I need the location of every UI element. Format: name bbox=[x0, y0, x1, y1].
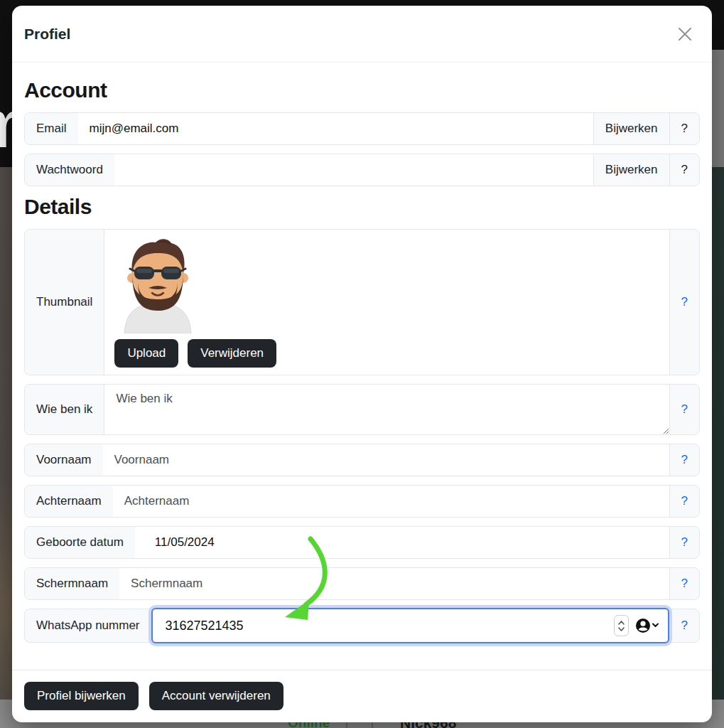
about-textarea[interactable] bbox=[104, 385, 669, 434]
email-row: Email Bijwerken ? bbox=[24, 112, 700, 145]
update-profile-button[interactable]: Profiel bijwerken bbox=[24, 682, 139, 710]
password-input[interactable] bbox=[114, 154, 593, 186]
email-help-button[interactable]: ? bbox=[669, 113, 699, 144]
password-row: Wachtwoord Bijwerken ? bbox=[24, 154, 700, 186]
upload-button[interactable]: Upload bbox=[114, 339, 178, 368]
thumbnail-label: Thumbnail bbox=[25, 230, 104, 375]
modal-body: Account Email Bijwerken ? Wachtwoord Bij… bbox=[12, 63, 712, 651]
modal-title: Profiel bbox=[24, 26, 70, 43]
first-name-label: Voornaam bbox=[25, 444, 103, 476]
screen-name-input[interactable] bbox=[119, 568, 669, 599]
password-update-button[interactable]: Bijwerken bbox=[593, 154, 669, 186]
screen-name-label: Schermnaam bbox=[25, 568, 119, 599]
whatsapp-input[interactable] bbox=[153, 619, 614, 633]
email-update-button[interactable]: Bijwerken bbox=[593, 113, 669, 144]
avatar bbox=[114, 237, 201, 333]
about-label: Wie ben ik bbox=[25, 385, 104, 434]
whatsapp-help-button[interactable]: ? bbox=[669, 609, 699, 642]
whatsapp-row: WhatsApp nummer bbox=[24, 609, 700, 643]
about-row: Wie ben ik ? bbox=[24, 384, 700, 435]
birth-date-help-button[interactable]: ? bbox=[669, 527, 699, 558]
contact-autofill-icon[interactable] bbox=[635, 617, 659, 634]
birth-date-row: Geboorte datum ? bbox=[24, 526, 700, 559]
thumbnail-buttons: Upload Verwijderen bbox=[114, 339, 659, 368]
close-icon[interactable] bbox=[672, 21, 698, 47]
whatsapp-input-wrap bbox=[151, 608, 669, 643]
delete-account-button[interactable]: Account verwijderen bbox=[149, 682, 283, 710]
number-stepper[interactable] bbox=[614, 615, 629, 636]
thumbnail-help-button[interactable]: ? bbox=[670, 230, 699, 375]
whatsapp-input-tools bbox=[614, 615, 668, 636]
screen-name-row: Schermnaam ? bbox=[24, 567, 700, 600]
last-name-input[interactable] bbox=[113, 486, 669, 517]
password-help-button[interactable]: ? bbox=[669, 154, 699, 186]
first-name-input[interactable] bbox=[103, 444, 669, 476]
first-name-row: Voornaam ? bbox=[24, 444, 700, 476]
screen-name-help-button[interactable]: ? bbox=[669, 568, 699, 599]
modal-header: Profiel bbox=[12, 6, 712, 63]
profile-modal: Profiel Account Email Bijwerken ? Wachtw… bbox=[12, 6, 712, 722]
remove-thumbnail-button[interactable]: Verwijderen bbox=[188, 339, 276, 368]
birth-date-input[interactable] bbox=[135, 527, 669, 558]
email-label: Email bbox=[25, 113, 78, 144]
birth-date-label: Geboorte datum bbox=[25, 527, 135, 558]
last-name-label: Achternaam bbox=[25, 486, 113, 517]
password-label: Wachtwoord bbox=[25, 154, 114, 186]
about-help-button[interactable]: ? bbox=[670, 385, 699, 434]
modal-footer: Profiel bijwerken Account verwijderen bbox=[12, 670, 712, 724]
thumbnail-content: Upload Verwijderen bbox=[104, 230, 669, 375]
whatsapp-label: WhatsApp nummer bbox=[25, 609, 151, 642]
first-name-help-button[interactable]: ? bbox=[669, 444, 699, 476]
email-input[interactable] bbox=[78, 113, 593, 144]
account-heading: Account bbox=[24, 78, 700, 102]
thumbnail-row: Thumbnail bbox=[24, 229, 700, 375]
details-heading: Details bbox=[24, 195, 700, 219]
last-name-help-button[interactable]: ? bbox=[669, 486, 699, 517]
last-name-row: Achternaam ? bbox=[24, 485, 700, 518]
